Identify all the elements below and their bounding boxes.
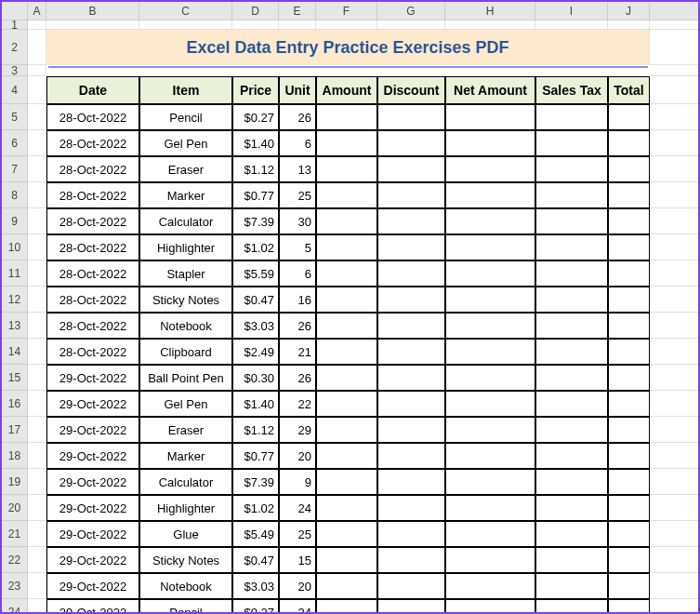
- data-total[interactable]: [608, 313, 650, 339]
- data-discount[interactable]: [377, 208, 445, 234]
- data-net_amount[interactable]: [445, 469, 535, 495]
- row-header-10[interactable]: 10: [2, 234, 28, 260]
- data-item[interactable]: Calculator: [139, 208, 232, 234]
- data-price[interactable]: $1.12: [232, 156, 279, 182]
- data-item[interactable]: Highlighter: [139, 234, 232, 260]
- cell-blank[interactable]: [28, 339, 46, 365]
- data-unit[interactable]: 22: [279, 391, 316, 417]
- cell-blank[interactable]: [28, 313, 46, 339]
- cell-blank[interactable]: [650, 521, 700, 547]
- data-date[interactable]: 29-Oct-2022: [46, 443, 139, 469]
- data-sales_tax[interactable]: [535, 287, 608, 313]
- cell-blank[interactable]: [535, 20, 608, 30]
- data-amount[interactable]: [316, 156, 377, 182]
- data-sales_tax[interactable]: [535, 573, 608, 599]
- cell-blank[interactable]: [650, 599, 700, 614]
- cell-blank[interactable]: [650, 208, 700, 234]
- data-discount[interactable]: [377, 234, 445, 260]
- data-net_amount[interactable]: [445, 417, 535, 443]
- col-header-J[interactable]: J: [608, 2, 650, 20]
- header-date[interactable]: Date: [46, 76, 139, 104]
- data-amount[interactable]: [316, 469, 377, 495]
- data-price[interactable]: $0.47: [232, 287, 279, 313]
- data-item[interactable]: Sticky Notes: [139, 547, 232, 573]
- data-total[interactable]: [608, 365, 650, 391]
- col-header-A[interactable]: A: [28, 2, 46, 20]
- data-item[interactable]: Gel Pen: [139, 391, 232, 417]
- cell-blank[interactable]: [650, 495, 700, 521]
- data-price[interactable]: $7.39: [232, 208, 279, 234]
- data-date[interactable]: 28-Oct-2022: [46, 339, 139, 365]
- data-net_amount[interactable]: [445, 182, 535, 208]
- cell-blank[interactable]: [28, 573, 46, 599]
- data-item[interactable]: Pencil: [139, 104, 232, 130]
- data-item[interactable]: Notebook: [139, 313, 232, 339]
- cell-blank[interactable]: [28, 287, 46, 313]
- data-net_amount[interactable]: [445, 130, 535, 156]
- col-header-E[interactable]: E: [279, 2, 316, 20]
- data-item[interactable]: Calculator: [139, 469, 232, 495]
- data-net_amount[interactable]: [445, 339, 535, 365]
- cell-blank[interactable]: [650, 130, 700, 156]
- cell-blank[interactable]: [650, 104, 700, 130]
- row-header-4[interactable]: 4: [2, 76, 28, 104]
- cell-blank[interactable]: [28, 417, 46, 443]
- data-net_amount[interactable]: [445, 313, 535, 339]
- data-total[interactable]: [608, 573, 650, 599]
- data-price[interactable]: $0.47: [232, 547, 279, 573]
- data-amount[interactable]: [316, 521, 377, 547]
- row-header-19[interactable]: 19: [2, 469, 28, 495]
- cell-blank[interactable]: [279, 20, 316, 30]
- data-unit[interactable]: 5: [279, 234, 316, 260]
- row-header-20[interactable]: 20: [2, 495, 28, 521]
- data-date[interactable]: 28-Oct-2022: [46, 313, 139, 339]
- data-amount[interactable]: [316, 339, 377, 365]
- data-item[interactable]: Stapler: [139, 260, 232, 287]
- cell-blank[interactable]: [650, 443, 700, 469]
- data-amount[interactable]: [316, 130, 377, 156]
- data-unit[interactable]: 20: [279, 443, 316, 469]
- cell-blank[interactable]: [650, 339, 700, 365]
- cell-blank[interactable]: [650, 182, 700, 208]
- data-sales_tax[interactable]: [535, 391, 608, 417]
- data-sales_tax[interactable]: [535, 130, 608, 156]
- data-total[interactable]: [608, 339, 650, 365]
- data-unit[interactable]: 16: [279, 287, 316, 313]
- data-discount[interactable]: [377, 391, 445, 417]
- data-amount[interactable]: [316, 495, 377, 521]
- data-date[interactable]: 28-Oct-2022: [46, 234, 139, 260]
- data-net_amount[interactable]: [445, 495, 535, 521]
- row-header-13[interactable]: 13: [2, 313, 28, 339]
- col-header-G[interactable]: G: [377, 2, 445, 20]
- header-amount[interactable]: Amount: [316, 76, 377, 104]
- data-amount[interactable]: [316, 599, 377, 614]
- row-header-15[interactable]: 15: [2, 365, 28, 391]
- cell-blank[interactable]: [650, 156, 700, 182]
- data-sales_tax[interactable]: [535, 547, 608, 573]
- cell-blank[interactable]: [650, 20, 700, 30]
- data-amount[interactable]: [316, 234, 377, 260]
- data-date[interactable]: 29-Oct-2022: [46, 391, 139, 417]
- data-price[interactable]: $1.40: [232, 391, 279, 417]
- data-date[interactable]: 28-Oct-2022: [46, 182, 139, 208]
- data-date[interactable]: 28-Oct-2022: [46, 260, 139, 287]
- data-price[interactable]: $5.49: [232, 521, 279, 547]
- cell-blank[interactable]: [650, 469, 700, 495]
- data-discount[interactable]: [377, 365, 445, 391]
- header-discount[interactable]: Discount: [377, 76, 445, 104]
- data-discount[interactable]: [377, 443, 445, 469]
- data-net_amount[interactable]: [445, 156, 535, 182]
- data-date[interactable]: 28-Oct-2022: [46, 208, 139, 234]
- row-header-21[interactable]: 21: [2, 521, 28, 547]
- data-total[interactable]: [608, 443, 650, 469]
- cell-blank[interactable]: [650, 573, 700, 599]
- row-header-2[interactable]: 2: [2, 30, 28, 65]
- data-date[interactable]: 29-Oct-2022: [46, 521, 139, 547]
- cell-blank[interactable]: [608, 20, 650, 30]
- data-unit[interactable]: 25: [279, 521, 316, 547]
- data-unit[interactable]: 25: [279, 182, 316, 208]
- data-sales_tax[interactable]: [535, 469, 608, 495]
- cell-blank[interactable]: [139, 20, 232, 30]
- cell-blank[interactable]: [28, 30, 46, 65]
- data-price[interactable]: $5.59: [232, 260, 279, 287]
